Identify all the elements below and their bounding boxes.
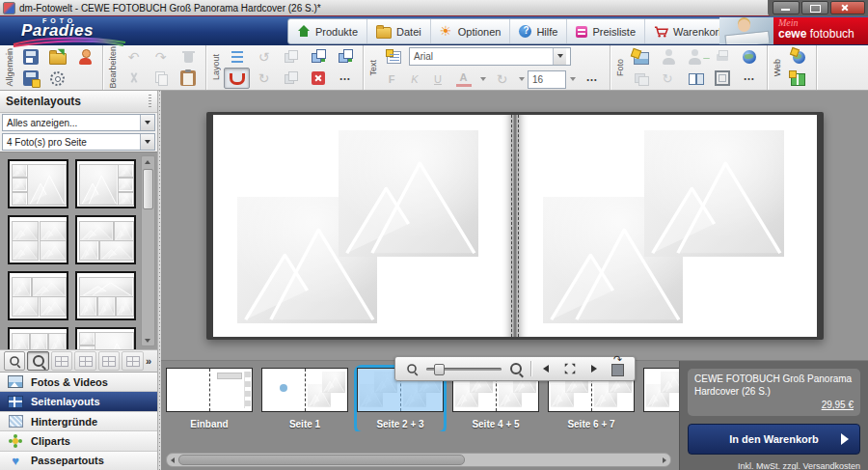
scroll-left-icon[interactable] (167, 454, 178, 466)
sidebar-item-seitenlayouts[interactable]: Seitenlayouts (0, 392, 157, 411)
globe-button[interactable] (736, 46, 762, 68)
scrollbar-thumb[interactable] (143, 169, 153, 209)
sidebar-item-hintergruende[interactable]: Hintergründe (0, 412, 157, 431)
layout-template-narrow-wide-mix[interactable] (8, 271, 68, 320)
filmstrip-page-1[interactable]: Seite 1 (261, 368, 348, 431)
foto-more-button[interactable] (736, 68, 762, 89)
rotate-text-button[interactable] (489, 69, 515, 90)
photo-placeholder[interactable] (339, 130, 478, 257)
layout-view-2-button[interactable] (74, 351, 95, 371)
bring-forward-button[interactable] (305, 46, 331, 68)
save-button[interactable] (17, 46, 43, 68)
layout-template-three-left-one-big[interactable] (8, 159, 68, 208)
close-button[interactable] (830, 1, 865, 14)
bold-button[interactable]: F (381, 69, 402, 90)
page-right[interactable] (519, 115, 817, 337)
rotate-photo-button[interactable] (655, 68, 681, 89)
web-globe-button[interactable] (785, 46, 811, 68)
zoom-in-button[interactable] (506, 359, 526, 378)
layout-template-three-left-one-big-2[interactable] (75, 327, 136, 349)
rotate-left-button[interactable] (251, 46, 277, 68)
align-button[interactable] (224, 46, 250, 68)
underline-button[interactable]: U (427, 69, 448, 90)
layout-template-one-top-three-bottom[interactable] (75, 271, 136, 320)
person-button[interactable] (655, 46, 681, 68)
thumb-zoom-in-button[interactable] (27, 351, 48, 371)
rotate-text-dropdown[interactable] (517, 70, 526, 88)
rotate-view-button[interactable] (609, 359, 628, 378)
open-project-button[interactable] (44, 46, 70, 68)
person-add-button[interactable] (682, 46, 708, 68)
layout-list-scrollbar[interactable] (141, 155, 155, 346)
layout-view-1-button[interactable] (51, 351, 72, 371)
layout-view-3-button[interactable] (98, 351, 120, 371)
layout-more-button[interactable] (332, 68, 358, 89)
settings-button[interactable] (44, 68, 70, 89)
add-image-button[interactable] (628, 46, 654, 68)
web-window-button[interactable] (785, 68, 811, 89)
send-backward2-button[interactable] (278, 68, 304, 89)
paste-button[interactable] (175, 68, 201, 89)
filmstrip-page-5[interactable]: S (643, 368, 679, 431)
drag-handle-icon[interactable] (149, 95, 151, 108)
font-family-select[interactable]: Arial (409, 47, 571, 66)
zoom-slider[interactable] (426, 359, 502, 378)
print-button[interactable] (709, 46, 735, 68)
font-size-dropdown[interactable] (568, 70, 577, 88)
cut-button[interactable] (121, 68, 147, 89)
scroll-up-icon[interactable] (142, 156, 152, 167)
maximize-button[interactable] (801, 1, 828, 14)
photos-button[interactable] (628, 68, 654, 89)
layout-filter-select[interactable]: Alles anzeigen... (2, 114, 155, 131)
prev-page-button[interactable] (536, 359, 556, 378)
slider-handle[interactable] (434, 364, 445, 375)
next-page-button[interactable] (584, 359, 604, 378)
page-thumbnail[interactable] (643, 368, 679, 412)
rotate-right-button[interactable] (251, 68, 277, 89)
sidebar-item-cliparts[interactable]: Cliparts (0, 431, 157, 451)
copy-button[interactable] (148, 68, 174, 89)
scroll-right-icon[interactable] (659, 454, 670, 466)
undo-button[interactable] (121, 46, 147, 68)
fit-page-button[interactable] (560, 359, 580, 378)
scroll-down-icon[interactable] (142, 335, 152, 346)
sidebar-item-fotos-videos[interactable]: Fotos & Videos (0, 373, 157, 392)
layout-template-one-big-three-right[interactable] (75, 159, 136, 208)
menu-hilfe[interactable]: Hilfe (510, 19, 567, 43)
filmstrip-page-0[interactable]: Einband (166, 368, 253, 431)
panes-button[interactable] (682, 68, 708, 89)
magnet-button[interactable] (224, 68, 250, 89)
text-more-button[interactable] (579, 69, 605, 90)
add-to-cart-button[interactable]: In den Warenkorb (688, 424, 860, 455)
layout-template-wide-narrow-mix[interactable] (75, 215, 136, 264)
menu-preisliste[interactable]: Preisliste (567, 19, 645, 43)
font-color-button[interactable]: A (450, 69, 476, 90)
remove-layout-button[interactable] (305, 68, 331, 89)
layout-template-grid-2x2[interactable] (8, 215, 68, 264)
sidebar-item-passepartouts[interactable]: Passepartouts (0, 452, 157, 470)
menu-produkte[interactable]: Produkte (288, 19, 367, 43)
minimize-button[interactable] (773, 1, 800, 14)
font-color-dropdown[interactable] (478, 70, 487, 88)
photobook-spread[interactable] (206, 112, 824, 340)
delete-button[interactable] (175, 46, 201, 68)
profile-button[interactable] (71, 46, 97, 68)
scrollbar-thumb[interactable] (178, 455, 465, 465)
menu-optionen[interactable]: Optionen (431, 19, 511, 43)
font-size-select[interactable]: 16 (528, 70, 566, 89)
thumb-zoom-out-button[interactable] (4, 351, 25, 371)
zoom-out-button[interactable] (402, 359, 421, 378)
font-picker-button[interactable] (381, 45, 407, 67)
expand-panel-button[interactable]: » (146, 355, 153, 367)
redo-button[interactable] (148, 46, 174, 68)
page-thumbnail[interactable] (261, 368, 348, 412)
photo-placeholder[interactable] (644, 130, 784, 257)
menu-datei[interactable]: Datei (367, 19, 431, 43)
page-left[interactable] (213, 115, 511, 337)
italic-button[interactable]: K (404, 69, 425, 90)
filmstrip-scrollbar[interactable] (166, 453, 671, 467)
photos-per-page-select[interactable]: 4 Foto(s) pro Seite (2, 133, 155, 151)
layout-view-4-button[interactable] (122, 351, 143, 371)
page-thumbnail[interactable] (166, 368, 253, 412)
send-backward-button[interactable] (278, 46, 304, 68)
